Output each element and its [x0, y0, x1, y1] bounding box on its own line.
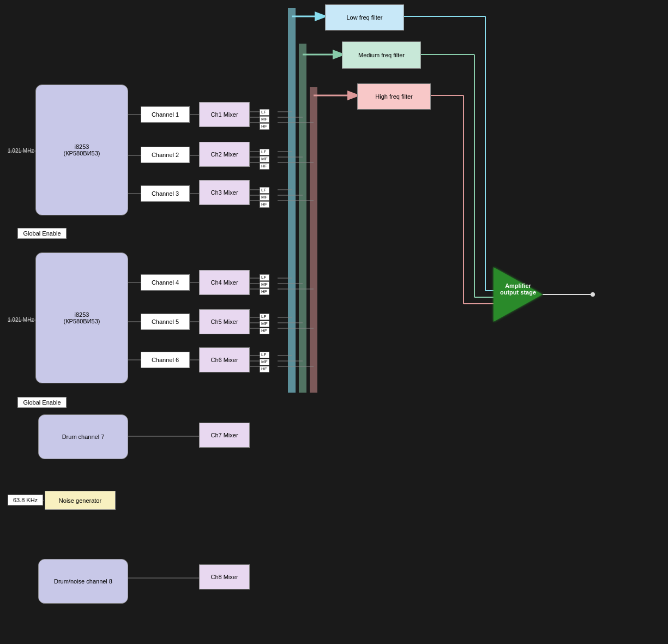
noise-generator-box: Noise generator — [45, 491, 116, 510]
mf-filter-label: Medium freq filter — [358, 52, 405, 58]
ic2-label: i8253 (КР580ВИ53) — [64, 311, 100, 324]
drum8-box: Drum/noise channel 8 — [38, 559, 128, 604]
ch7-mixer-box: Ch7 Mixer — [199, 423, 250, 448]
ch2-mixer-box: Ch2 Mixer — [199, 142, 250, 167]
diagram: Low freq filter Medium freq filter High … — [0, 0, 668, 644]
ic2-box: i8253 (КР580ВИ53) — [35, 252, 128, 383]
ch5-mixer-box: Ch5 Mixer — [199, 309, 250, 334]
ch6-mixer-box: Ch6 Mixer — [199, 347, 250, 372]
global-enable-2-box: Global Enable — [17, 397, 67, 408]
ch2-lfmfhf: LF MF HF — [260, 149, 269, 170]
drum7-box: Drum channel 7 — [38, 414, 128, 459]
channel5-box: Channel 5 — [141, 314, 190, 330]
ch5-lfmfhf: LF MF HF — [260, 314, 269, 334]
channel6-box: Channel 6 — [141, 352, 190, 368]
ch1-mixer-box: Ch1 Mixer — [199, 102, 250, 127]
output-dot — [591, 292, 595, 297]
ch4-mixer-box: Ch4 Mixer — [199, 270, 250, 295]
global-enable-1-box: Global Enable — [17, 228, 67, 239]
ch3-mixer-box: Ch3 Mixer — [199, 180, 250, 205]
ch8-mixer-box: Ch8 Mixer — [199, 564, 250, 589]
ch3-lfmfhf: LF MF HF — [260, 187, 269, 208]
lf-filter-box: Low freq filter — [325, 4, 404, 31]
lf-filter-label: Low freq filter — [346, 14, 382, 21]
ic1-freq-label: 1.021 MHz — [8, 148, 34, 154]
ic1-label: i8253 (КР580ВИ53) — [64, 143, 100, 157]
ch4-lfmfhf: LF MF HF — [260, 274, 269, 295]
ic1-box: i8253 (КР580ВИ53) — [35, 85, 128, 215]
hf-filter-box: High freq filter — [357, 83, 431, 110]
noise-freq-box: 63.8 KHz — [8, 495, 43, 505]
ch1-lfmfhf: LF MF HF — [260, 109, 269, 130]
hf-filter-label: High freq filter — [375, 93, 412, 100]
amplifier-label: Amplifier output stage — [499, 282, 537, 296]
channel1-box: Channel 1 — [141, 106, 190, 123]
ic2-freq-label: 1.021 MHz — [8, 317, 34, 323]
channel3-box: Channel 3 — [141, 185, 190, 202]
channel2-box: Channel 2 — [141, 147, 190, 163]
channel4-box: Channel 4 — [141, 274, 190, 291]
mf-filter-box: Medium freq filter — [342, 41, 421, 69]
ch6-lfmfhf: LF MF HF — [260, 352, 269, 372]
